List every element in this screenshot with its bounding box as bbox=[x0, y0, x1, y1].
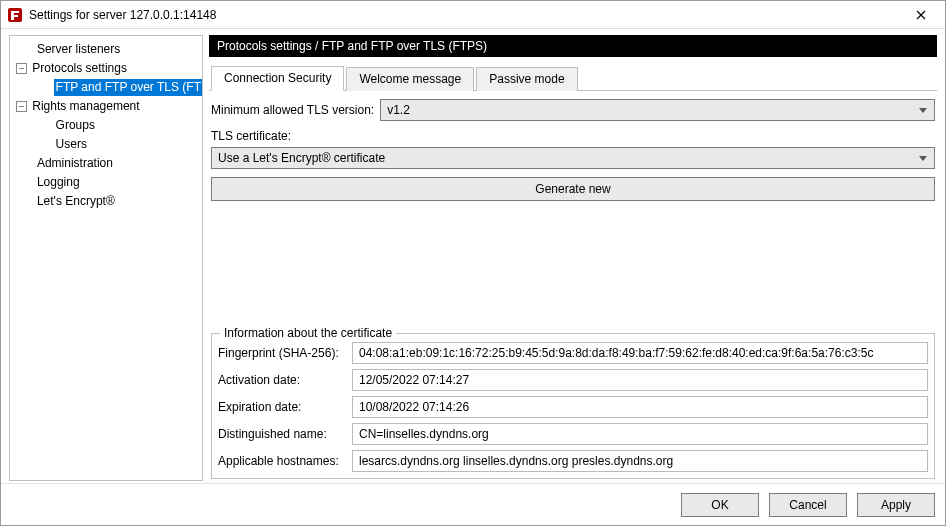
fingerprint-value: 04:08:a1:eb:09:1c:16:72:25:b9:45:5d:9a:8… bbox=[352, 342, 928, 364]
tree-item-logging[interactable]: Logging bbox=[10, 173, 202, 192]
generate-new-button[interactable]: Generate new bbox=[211, 177, 935, 201]
certificate-info-legend: Information about the certificate bbox=[220, 326, 396, 340]
tab-passive-mode[interactable]: Passive mode bbox=[476, 67, 577, 91]
settings-tree: Server listeners − Protocols settings FT… bbox=[9, 35, 203, 481]
ok-button[interactable]: OK bbox=[681, 493, 759, 517]
close-button[interactable] bbox=[901, 1, 941, 29]
filezilla-server-icon bbox=[7, 7, 23, 23]
cancel-button[interactable]: Cancel bbox=[769, 493, 847, 517]
expiration-date-label: Expiration date: bbox=[218, 400, 352, 414]
tree-item-users[interactable]: Users bbox=[10, 135, 202, 154]
expiration-date-value: 10/08/2022 07:14:26 bbox=[352, 396, 928, 418]
breadcrumb: Protocols settings / FTP and FTP over TL… bbox=[209, 35, 937, 57]
tree-collapse-icon[interactable]: − bbox=[16, 63, 27, 74]
distinguished-name-label: Distinguished name: bbox=[218, 427, 352, 441]
tab-bar: Connection Security Welcome message Pass… bbox=[209, 57, 937, 91]
tree-item-groups[interactable]: Groups bbox=[10, 116, 202, 135]
tls-certificate-value: Use a Let's Encrypt® certificate bbox=[218, 151, 385, 165]
tree-item-rights-management[interactable]: − Rights management bbox=[10, 97, 202, 116]
dialog-footer: OK Cancel Apply bbox=[1, 483, 945, 525]
tree-item-protocols-settings[interactable]: − Protocols settings bbox=[10, 59, 202, 78]
titlebar: Settings for server 127.0.0.1:14148 bbox=[1, 1, 945, 29]
applicable-hostnames-value: lesarcs.dyndns.org linselles.dyndns.org … bbox=[352, 450, 928, 472]
tree-item-ftp-ftps[interactable]: FTP and FTP over TLS (FTPS) bbox=[10, 78, 202, 97]
tls-certificate-label: TLS certificate: bbox=[211, 129, 935, 143]
tls-certificate-dropdown[interactable]: Use a Let's Encrypt® certificate bbox=[211, 147, 935, 169]
tree-item-administration[interactable]: Administration bbox=[10, 154, 202, 173]
applicable-hostnames-label: Applicable hostnames: bbox=[218, 454, 352, 468]
activation-date-value: 12/05/2022 07:14:27 bbox=[352, 369, 928, 391]
tab-welcome-message[interactable]: Welcome message bbox=[346, 67, 474, 91]
apply-button[interactable]: Apply bbox=[857, 493, 935, 517]
min-tls-dropdown[interactable]: v1.2 bbox=[380, 99, 935, 121]
tree-item-lets-encrypt[interactable]: Let's Encrypt® bbox=[10, 192, 202, 211]
min-tls-label: Minimum allowed TLS version: bbox=[211, 103, 374, 117]
window-title: Settings for server 127.0.0.1:14148 bbox=[29, 8, 216, 22]
min-tls-value: v1.2 bbox=[387, 103, 410, 117]
tree-collapse-icon[interactable]: − bbox=[16, 101, 27, 112]
activation-date-label: Activation date: bbox=[218, 373, 352, 387]
distinguished-name-value: CN=linselles.dyndns.org bbox=[352, 423, 928, 445]
fingerprint-label: Fingerprint (SHA-256): bbox=[218, 346, 352, 360]
tree-item-server-listeners[interactable]: Server listeners bbox=[10, 40, 202, 59]
tab-connection-security[interactable]: Connection Security bbox=[211, 66, 344, 91]
certificate-info-fieldset: Information about the certificate Finger… bbox=[211, 333, 935, 479]
